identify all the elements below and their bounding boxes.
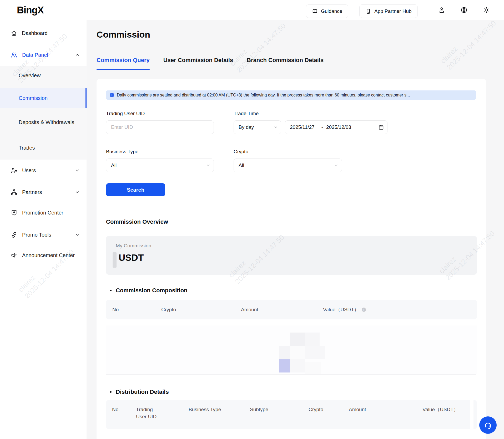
megaphone-icon [11,252,18,259]
business-type-value: All [106,162,117,168]
app-partner-hub-button[interactable]: App Partner Hub [359,4,418,18]
chevron-down-icon [206,163,210,167]
tab-label: Commission Query [97,57,150,63]
composition-heading-row: Commission Composition [110,287,188,294]
sidebar-item-dashboard[interactable]: Dashboard [0,27,87,39]
tab-bar: Commission Query User Commission Details… [97,57,324,70]
business-type-select[interactable]: All [106,159,214,172]
shield-badge-icon [11,209,18,216]
distribution-table-header: No. Trading User UID Business Type Subty… [106,400,477,429]
col-value-usdt: Value（USDT） [422,406,458,413]
granularity-select[interactable]: By day [234,120,281,134]
screen: BingX Dashboard Data Panel Overview Comm… [0,0,504,439]
sidebar-item-promo-tools[interactable]: Promo Tools [0,229,87,241]
theme-sun-icon[interactable] [482,6,490,14]
tab-user-commission-details[interactable]: User Commission Details [163,57,233,70]
guidance-label: Guidance [321,8,342,14]
bingx-logo[interactable]: BingX [17,5,44,16]
chevron-down-icon [75,190,80,195]
sidebar-item-label: Announcement Center [22,252,75,258]
commission-overview-heading: Commission Overview [106,218,168,225]
granularity-value: By day [234,124,254,130]
amount-loading-skeleton [113,252,117,268]
sidebar-item-data-panel[interactable]: Data Panel [0,49,87,61]
loading-block [305,333,320,346]
loading-block-accent [279,359,290,372]
col-value-usdt: Value（USDT） [323,306,359,313]
phone-icon [365,8,371,14]
active-tab-underline [97,69,150,70]
book-icon [312,8,318,14]
tab-branch-commission-details[interactable]: Branch Commission Details [247,57,324,70]
sidebar-item-label: Commission [19,95,48,101]
trade-time-label: Trade Time [234,111,259,116]
table-scroll-gap [470,400,473,429]
home-icon [11,30,17,37]
sidebar-item-label: Deposits & Withdrawals [19,118,74,126]
sidebar-item-trades[interactable]: Trades [0,142,87,154]
loading-block [279,346,290,359]
date-separator: - [321,124,323,130]
loading-block [305,362,321,374]
tab-commission-query[interactable]: Commission Query [97,57,150,70]
crypto-select[interactable]: All [234,159,342,172]
col-crypto: Crypto [309,406,323,413]
loading-block [290,359,305,372]
col-no: No. [112,406,120,413]
bullet [110,391,112,393]
page-title: Commission [97,29,150,40]
chevron-down-icon [75,168,80,173]
sidebar-item-promotion-center[interactable]: Promotion Center [0,207,87,218]
customer-support-button[interactable] [479,416,497,434]
sidebar-item-label: Partners [22,189,42,195]
col-amount: Amount [349,406,366,413]
divider [106,210,476,210]
distribution-heading: Distribution Details [116,389,169,395]
sidebar-item-commission[interactable]: Commission [0,88,87,108]
loading-block [290,333,305,346]
search-button[interactable]: Search [106,183,165,196]
commission-query-panel: i Daily commissions are settled and dist… [97,79,486,439]
value-info-icon[interactable]: i [362,308,366,312]
user-list-icon [11,167,18,174]
sidebar-item-label: Overview [19,73,41,79]
col-trading-user-uid: Trading User UID [136,406,164,420]
chevron-down-icon [75,232,80,237]
loading-block [290,346,305,359]
link-icon [11,231,18,238]
sidebar-item-label: Dashboard [22,30,48,36]
date-start: 2025/11/27 [285,124,315,130]
crypto-value: All [234,162,244,168]
guidance-button[interactable]: Guidance [306,4,348,18]
divider [106,374,476,375]
uid-label: Trading User UID [106,111,145,116]
info-icon: i [110,93,114,97]
sidebar-item-deposits-withdrawals[interactable]: Deposits & Withdrawals [0,110,87,134]
account-icon[interactable] [438,6,446,14]
col-subtype: Subtype [250,406,268,413]
sidebar-item-label: Promo Tools [22,232,51,238]
composition-heading: Commission Composition [116,287,188,294]
language-globe-icon[interactable] [460,6,468,14]
sidebar-item-overview[interactable]: Overview [0,70,87,81]
composition-loading-area [106,325,477,374]
sidebar-item-label: Trades [19,145,35,151]
crypto-label: Crypto [234,149,248,155]
composition-table-header: No. Crypto Amount Value（USDT） i [106,300,477,319]
col-no: No. [106,307,161,313]
sidebar-item-announcement-center[interactable]: Announcement Center [0,249,87,261]
sidebar-item-label: Users [22,167,36,173]
sidebar-item-partners[interactable]: Partners [0,186,87,198]
chevron-up-icon [75,53,80,57]
settlement-notice-banner: i Daily commissions are settled and dist… [106,90,476,100]
date-end: 2025/12/03 [326,124,351,130]
sidebar-item-label: Promotion Center [22,210,63,216]
loading-block [305,346,325,359]
calendar-icon [378,124,384,130]
date-range-picker[interactable]: 2025/11/27 - 2025/12/03 [285,120,387,134]
col-business-type: Business Type [189,406,221,413]
org-chart-icon [11,189,18,196]
sidebar-item-users[interactable]: Users [0,165,87,176]
uid-input[interactable] [106,120,214,134]
bullet [110,290,112,291]
